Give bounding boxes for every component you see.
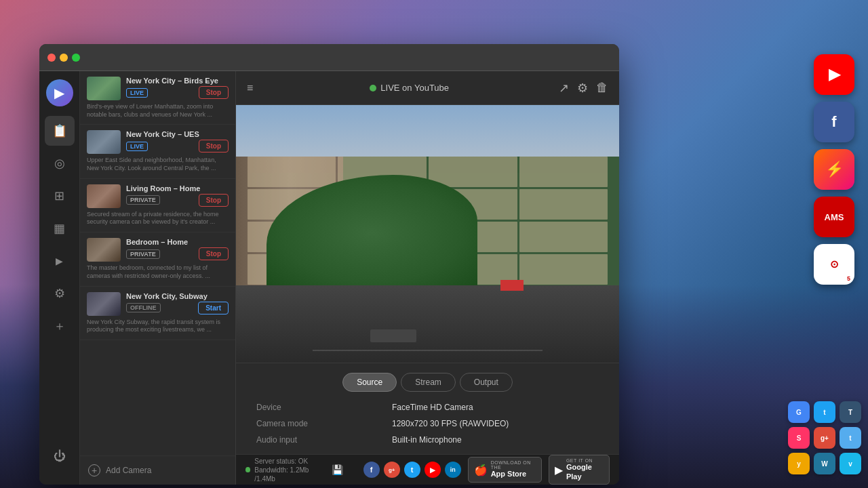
power-icon: ⏻: [54, 449, 66, 464]
social-icon-linkedin[interactable]: in: [445, 462, 461, 478]
app-small-gplus[interactable]: g+: [814, 427, 835, 449]
device-info: Device FaceTime HD Camera Camera mode 12…: [250, 403, 606, 445]
camera-info-living: Living Room – Home Private Stop: [126, 184, 229, 207]
camera-info-bedroom: Bedroom – Home Private Stop: [126, 238, 229, 260]
app-icon-lightning[interactable]: ⚡: [814, 149, 854, 190]
stop-button-nyc-birds[interactable]: Stop: [199, 86, 229, 99]
sidebar-icons: ▶ 📋 ◎ ⊞ ▦ ▶ ⚙ ＋: [39, 71, 80, 485]
sidebar-item-settings[interactable]: ⚙: [45, 279, 75, 308]
settings-icon-top[interactable]: ⚙: [577, 81, 588, 96]
apple-icon: 🍎: [474, 464, 488, 476]
social-icons: f g+ t ▶ in: [363, 462, 461, 478]
trash-icon[interactable]: 🗑: [596, 81, 608, 95]
camera-thumb-subway: [87, 292, 121, 316]
add-camera-button[interactable]: + Add Camera: [80, 455, 235, 485]
camera-name-nyc-ues: New York City – UES: [126, 130, 229, 138]
camera-item-subway[interactable]: New York City, Subway Offline Start New …: [80, 287, 235, 340]
app-content: ▶ 📋 ◎ ⊞ ▦ ▶ ⚙ ＋: [39, 71, 619, 485]
camera-mode-value: 868x488 30 FPS (RAWVIDEO): [392, 419, 599, 428]
app-store-text: Download on the App Store: [491, 460, 536, 479]
traffic-lights: [47, 54, 80, 62]
main-content: ≡ LIVE on YouTube ↗ ⚙ 🗑: [236, 71, 619, 485]
social-icon-facebook[interactable]: f: [363, 462, 380, 478]
app-icon-facebook[interactable]: f: [814, 102, 854, 142]
camera-desc-nyc-ues: Upper East Side and neighborhood, Manhat…: [87, 157, 229, 172]
menu-icon[interactable]: ≡: [247, 82, 253, 94]
camera-item-living-room[interactable]: Living Room – Home Private Stop Secured …: [80, 179, 235, 232]
tab-output[interactable]: Output: [460, 373, 513, 392]
camera-desc-nyc-birds: Bird's-eye view of Lower Manhattan, zoom…: [87, 103, 229, 119]
status-badge-offline-5: Offline: [126, 303, 161, 312]
close-button[interactable]: [47, 54, 56, 62]
tab-stream[interactable]: Stream: [401, 373, 456, 392]
social-icon-twitter[interactable]: t: [404, 462, 420, 478]
add-icon: ＋: [54, 318, 66, 334]
camera-list: New York City – Birds Eye LIVE Stop Bird…: [80, 71, 235, 455]
tab-source[interactable]: Source: [342, 373, 397, 392]
stop-button-bedroom[interactable]: Stop: [199, 247, 229, 260]
minimize-button[interactable]: [60, 54, 68, 62]
stop-button-nyc-ues[interactable]: Stop: [199, 140, 229, 152]
camera-name-subway: New York City, Subway: [126, 292, 229, 300]
sidebar-item-dashboard[interactable]: ▦: [45, 214, 75, 243]
app-icon-youtube[interactable]: ▶: [814, 54, 854, 95]
awning: [500, 280, 524, 290]
storage-icon: 💾: [332, 464, 343, 475]
location-icon: ◎: [54, 156, 65, 171]
app-small-twitter[interactable]: t: [840, 427, 861, 449]
streams-icon: 📋: [52, 123, 67, 138]
app-small-vimeo[interactable]: v: [840, 453, 861, 474]
maximize-button[interactable]: [72, 54, 80, 62]
camera-info-nyc-ues: New York City – UES LIVE Stop: [126, 130, 229, 152]
right-app-icons: ▶ f ⚡ AMS ⊙ 5: [814, 54, 854, 285]
start-button-subway[interactable]: Start: [198, 302, 229, 314]
google-play-badge[interactable]: ▶ GET IT ON Google Play: [549, 455, 610, 484]
camera-item-bedroom[interactable]: Bedroom – Home Private Stop The master b…: [80, 232, 235, 286]
camera-thumb-living: [87, 184, 121, 208]
power-button[interactable]: ⏻: [45, 441, 75, 471]
app-icon-s5[interactable]: ⊙ 5: [814, 244, 854, 285]
video-icon: ▶: [56, 256, 63, 266]
status-badge-private-3: Private: [126, 195, 160, 205]
app-small-yahoo[interactable]: y: [788, 453, 810, 474]
share-icon[interactable]: ↗: [559, 81, 569, 96]
sidebar-item-video[interactable]: ▶: [45, 246, 75, 276]
app-small-google[interactable]: G: [788, 401, 810, 423]
camera-item-nyc-birds[interactable]: New York City – Birds Eye LIVE Stop Bird…: [80, 71, 235, 125]
app-small-wordpress[interactable]: W: [814, 453, 835, 474]
camera-name-living: Living Room – Home: [126, 184, 229, 192]
server-status: Server status: OK Bandwidth: 1.2Mb /1.4M…: [245, 457, 325, 483]
top-bar-actions: ↗ ⚙ 🗑: [559, 81, 608, 96]
sky: [236, 105, 619, 157]
live-dot: [370, 85, 376, 92]
app-store-badge[interactable]: 🍎 Download on the App Store: [468, 457, 542, 482]
camera-item-nyc-ues[interactable]: New York City – UES LIVE Stop Upper East…: [80, 125, 235, 178]
car: [370, 329, 416, 342]
sidebar-item-location[interactable]: ◎: [45, 148, 75, 178]
live-text: LIVE on YouTube: [380, 83, 449, 93]
camera-thumb-nyc-ues: [87, 130, 121, 154]
source-stream-output-tabs: Source Stream Output: [250, 373, 606, 392]
device-label: Device: [256, 403, 378, 412]
sidebar-item-grid[interactable]: ⊞: [45, 181, 75, 211]
app-small-tumblr[interactable]: t: [814, 401, 835, 423]
status-bar: Server status: OK Bandwidth: 1.2Mb /1.4M…: [236, 454, 619, 485]
sidebar-item-add[interactable]: ＋: [45, 311, 75, 341]
scene-container: [236, 105, 619, 363]
settings-icon: ⚙: [54, 286, 65, 301]
social-icon-google[interactable]: g+: [384, 462, 400, 478]
camera-desc-subway: New York City Subway, the rapid transit …: [87, 319, 229, 334]
camera-thumb-nyc-birds: [87, 77, 121, 100]
status-badge-live-1: LIVE: [126, 88, 148, 98]
top-bar: ≡ LIVE on YouTube ↗ ⚙ 🗑: [236, 71, 619, 105]
google-play-text: GET IT ON Google Play: [566, 458, 604, 481]
stop-button-living[interactable]: Stop: [199, 194, 229, 207]
add-camera-label: Add Camera: [106, 466, 151, 475]
app-small-trello[interactable]: T: [840, 401, 861, 423]
app-small-stumble[interactable]: S: [788, 427, 810, 449]
grid-icon: ⊞: [54, 188, 64, 203]
social-icon-youtube[interactable]: ▶: [425, 462, 441, 478]
sidebar-logo[interactable]: ▶: [45, 78, 75, 108]
sidebar-item-streams[interactable]: 📋: [45, 116, 75, 146]
app-icon-ams[interactable]: AMS: [814, 197, 854, 237]
